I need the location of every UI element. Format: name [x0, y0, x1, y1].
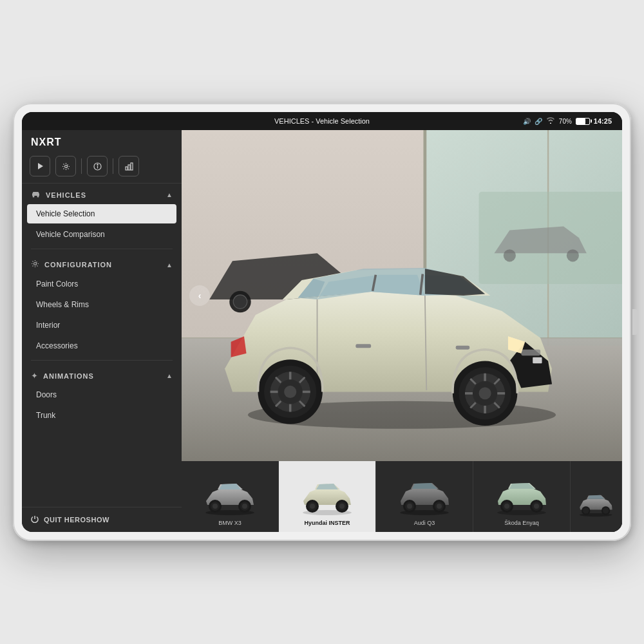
sidebar-item-paint-colors[interactable]: Paint Colors — [27, 274, 176, 294]
play-button[interactable] — [30, 156, 50, 176]
audi-q3-image — [386, 478, 464, 517]
view-area: ‹ — [182, 130, 622, 532]
animations-section-header[interactable]: ✦ ANIMATIONS ▲ — [22, 365, 182, 384]
sidebar-item-wheels-rims[interactable]: Wheels & Rims — [27, 295, 176, 314]
sidebar-item-trunk[interactable]: Trunk — [27, 406, 176, 425]
bmw-x3-label: BMW X3 — [218, 520, 242, 527]
scene-svg — [182, 130, 622, 461]
svg-rect-5 — [126, 167, 128, 170]
quit-button[interactable]: QUIT HEROSHOW — [22, 507, 182, 532]
animations-chevron: ▲ — [166, 372, 173, 379]
svg-rect-6 — [128, 165, 130, 170]
app-logo: NXRT — [31, 137, 62, 147]
status-time: 14:25 — [594, 117, 612, 125]
svg-point-60 — [213, 504, 218, 509]
tablet-device: VEHICLES - Vehicle Selection 🔊 🔗 70% — [13, 103, 631, 541]
car-icon — [31, 190, 41, 200]
svg-point-77 — [437, 504, 442, 509]
svg-point-1 — [64, 165, 67, 167]
main-content: NXRT — [22, 130, 622, 532]
svg-point-8 — [33, 196, 35, 198]
svg-point-17 — [567, 249, 579, 261]
car-view: ‹ — [182, 130, 622, 461]
configuration-section-header[interactable]: CONFIGURATION ▲ — [22, 253, 182, 274]
sidebar-item-vehicle-comparison[interactable]: Vehicle Comparison — [27, 225, 176, 244]
sidebar-item-interior[interactable]: Interior — [27, 316, 176, 335]
svg-point-20 — [233, 295, 247, 309]
link-icon: 🔗 — [535, 118, 542, 125]
vehicles-section-header[interactable]: VEHICLES ▲ — [22, 184, 182, 204]
tablet-screen: VEHICLES - Vehicle Selection 🔊 🔗 70% — [22, 112, 622, 532]
vehicles-chevron: ▲ — [166, 191, 173, 198]
chart-button[interactable] — [118, 156, 139, 176]
animations-title: ANIMATIONS — [43, 372, 161, 380]
sidebar-item-vehicle-selection[interactable]: Vehicle Selection — [27, 204, 176, 223]
wifi-icon — [546, 117, 555, 125]
car5-image — [576, 486, 615, 524]
sidebar-item-doors[interactable]: Doors — [27, 385, 176, 404]
svg-point-89 — [603, 507, 609, 513]
sidebar-item-accessories[interactable]: Accessories — [27, 336, 176, 355]
toolbar — [22, 152, 182, 184]
svg-point-10 — [34, 263, 37, 265]
config-icon — [31, 260, 39, 270]
quit-label: QUIT HEROSHOW — [44, 516, 109, 524]
svg-rect-7 — [131, 163, 133, 170]
svg-point-63 — [242, 504, 247, 509]
svg-point-67 — [310, 504, 315, 509]
hyundai-inster-image — [289, 478, 366, 517]
bmw-x3-image — [191, 478, 269, 517]
skoda-enyaq-image — [483, 478, 561, 517]
svg-point-74 — [407, 504, 412, 509]
thumbnail-skoda-enyaq[interactable]: Škoda Enyaq — [473, 461, 571, 532]
configuration-title: CONFIGURATION — [44, 261, 161, 269]
settings-button[interactable] — [55, 156, 76, 176]
toolbar-divider — [81, 158, 82, 174]
thumbnails-bar: BMW X3 — [182, 461, 622, 532]
audi-q3-label: Audi Q3 — [414, 520, 435, 527]
svg-point-16 — [504, 249, 516, 261]
status-title: VEHICLES - Vehicle Selection — [274, 117, 370, 125]
svg-rect-54 — [355, 344, 371, 348]
divider-2 — [31, 360, 173, 361]
svg-rect-27 — [521, 350, 540, 356]
bg-scene — [182, 130, 622, 461]
configuration-chevron: ▲ — [166, 261, 173, 269]
svg-rect-55 — [456, 346, 470, 350]
info-button[interactable] — [87, 156, 108, 176]
svg-point-9 — [37, 196, 39, 198]
volume-icon: 🔊 — [523, 118, 531, 125]
thumbnail-bmw-x3[interactable]: BMW X3 — [182, 461, 279, 532]
svg-point-87 — [583, 507, 589, 513]
animations-icon: ✦ — [31, 371, 38, 381]
battery-icon — [576, 118, 590, 125]
divider-1 — [31, 249, 173, 249]
logo-area: NXRT — [22, 130, 182, 152]
power-icon — [31, 515, 39, 524]
svg-rect-56 — [533, 357, 542, 364]
thumbnail-hyundai-inster[interactable]: Hyundai INSTER — [279, 461, 376, 532]
svg-marker-0 — [38, 163, 43, 169]
thumbnail-audi-q3[interactable]: Audi Q3 — [376, 461, 473, 532]
sidebar: NXRT — [22, 130, 182, 532]
battery-percent: 70% — [559, 118, 572, 125]
svg-point-84 — [534, 504, 539, 509]
svg-point-81 — [504, 504, 509, 509]
status-icons: 🔊 🔗 70% 14:25 — [523, 117, 612, 125]
hyundai-inster-label: Hyundai INSTER — [304, 520, 350, 527]
toolbar-divider-2 — [113, 158, 113, 174]
back-button[interactable]: ‹ — [189, 285, 210, 306]
svg-point-70 — [339, 504, 345, 509]
status-bar: VEHICLES - Vehicle Selection 🔊 🔗 70% — [22, 112, 622, 130]
svg-point-53 — [479, 387, 491, 399]
thumbnail-car-5[interactable] — [571, 461, 622, 532]
svg-point-40 — [284, 386, 296, 398]
vehicles-title: VEHICLES — [46, 191, 161, 199]
svg-point-4 — [97, 164, 97, 164]
skoda-enyaq-label: Škoda Enyaq — [504, 520, 539, 527]
